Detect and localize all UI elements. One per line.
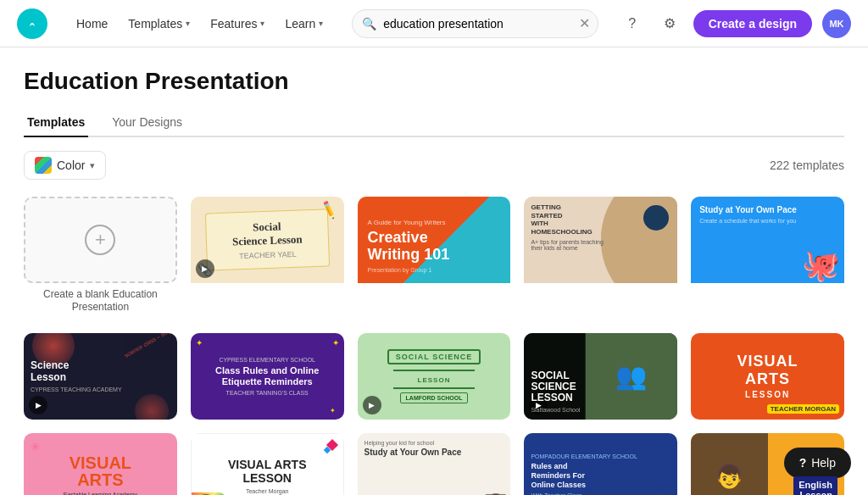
- template-count: 222 templates: [770, 159, 844, 172]
- blank-template-card[interactable]: + Create a blank Education Presentation: [24, 197, 177, 320]
- card-3-thumbnail: GETTINGSTARTEDWITHHOMESCHOOLING A+ tips …: [524, 197, 677, 283]
- template-card-8[interactable]: 👥 SOCIALSCIENCELESSON Slattawood School …: [524, 333, 677, 420]
- template-card-11[interactable]: VISUAL ARTSLESSON Teacher Morgan ▶: [191, 433, 344, 495]
- help-button[interactable]: ? Help: [784, 448, 851, 478]
- template-card-4[interactable]: Study at Your Own Pace Create a schedule…: [691, 197, 844, 320]
- template-card-9[interactable]: VISUALARTS LESSON TEACHER MORGAN: [691, 333, 844, 420]
- template-card-6[interactable]: CYPRESS ELEMENTARY SCHOOL Class Rules an…: [191, 333, 344, 420]
- canva-logo[interactable]: [17, 8, 47, 39]
- main-content: Education Presentation Templates Your De…: [0, 47, 868, 495]
- tab-your-designs[interactable]: Your Designs: [108, 108, 186, 137]
- template-card-3[interactable]: GETTINGSTARTEDWITHHOMESCHOOLING A+ tips …: [524, 197, 677, 320]
- nav-features[interactable]: Features ▾: [202, 12, 273, 36]
- card-7-thumbnail: SOCIAL SCIENCE LESSON LAMFORD SCHOOL ▶: [358, 333, 511, 420]
- nav-learn[interactable]: Learn ▾: [276, 12, 331, 36]
- templates-grid: + Create a blank Education Presentation …: [24, 197, 844, 495]
- template-card-13[interactable]: POMPADOUR ELEMENTARY SCHOOL Rules andRem…: [524, 433, 677, 495]
- card-12-thumbnail: Helping your kid for school Study at You…: [358, 433, 511, 495]
- card-2-thumbnail: A Guide for Young Writers CreativeWritin…: [358, 197, 511, 283]
- nav-home[interactable]: Home: [68, 12, 116, 36]
- play-icon: ▶: [29, 396, 47, 414]
- chevron-down-icon: ▾: [90, 160, 95, 171]
- plus-icon: +: [85, 225, 115, 255]
- navbar: Home Templates ▾ Features ▾ Learn ▾ 🔍 ✕ …: [0, 0, 868, 47]
- chevron-down-icon: ▾: [260, 19, 264, 28]
- blank-card-thumbnail: +: [24, 197, 177, 283]
- nav-right-actions: ? ⚙ Create a design MK: [619, 9, 851, 38]
- card-6-thumbnail: CYPRESS ELEMENTARY SCHOOL Class Rules an…: [191, 333, 344, 420]
- help-circle-icon[interactable]: ?: [619, 10, 646, 37]
- help-icon: ?: [799, 456, 807, 470]
- chevron-down-icon: ▾: [186, 19, 190, 28]
- template-card-5[interactable]: ScienceLesson CYPRESS TEACHING ACADEMY s…: [24, 333, 177, 420]
- template-card-7[interactable]: SOCIAL SCIENCE LESSON LAMFORD SCHOOL ▶: [358, 333, 511, 420]
- card-9-thumbnail: VISUALARTS LESSON TEACHER MORGAN: [691, 333, 844, 420]
- search-input[interactable]: [352, 9, 598, 38]
- color-swatch-icon: [35, 157, 52, 174]
- template-card-10[interactable]: VISUALARTS Eastable Learning Academy ✳ ▶: [24, 433, 177, 495]
- card-13-thumbnail: POMPADOUR ELEMENTARY SCHOOL Rules andRem…: [524, 433, 677, 495]
- teacher-tag: TEACHER MORGAN: [767, 404, 839, 414]
- page-title: Education Presentation: [24, 68, 844, 95]
- blank-card-label: Create a blank Education Presentation: [24, 283, 177, 320]
- card-4-thumbnail: Study at Your Own Pace Create a schedule…: [691, 197, 844, 283]
- play-icon: ▶: [363, 396, 381, 414]
- card-8-thumbnail: 👥 SOCIALSCIENCELESSON Slattawood School …: [524, 333, 677, 420]
- settings-icon[interactable]: ⚙: [656, 10, 683, 37]
- tab-bar: Templates Your Designs: [24, 108, 844, 137]
- chevron-down-icon: ▾: [319, 19, 323, 28]
- search-bar: 🔍 ✕: [352, 9, 598, 38]
- create-design-button[interactable]: Create a design: [693, 10, 812, 37]
- avatar[interactable]: MK: [822, 9, 851, 38]
- nav-templates[interactable]: Templates ▾: [120, 12, 198, 36]
- template-card-12[interactable]: Helping your kid for school Study at You…: [358, 433, 511, 495]
- play-icon: ▶: [196, 259, 214, 278]
- search-icon: 🔍: [362, 17, 376, 31]
- filter-toolbar: Color ▾ 222 templates: [24, 151, 844, 180]
- close-icon[interactable]: ✕: [579, 15, 590, 31]
- card-1-thumbnail: Social Science Lesson TEACHER YAEL ✏️ 📎 …: [191, 197, 344, 283]
- template-card-1[interactable]: Social Science Lesson TEACHER YAEL ✏️ 📎 …: [191, 197, 344, 320]
- nav-links: Home Templates ▾ Features ▾ Learn ▾: [68, 12, 331, 36]
- template-card-2[interactable]: A Guide for Young Writers CreativeWritin…: [358, 197, 511, 320]
- card-5-thumbnail: ScienceLesson CYPRESS TEACHING ACADEMY s…: [24, 333, 177, 420]
- tab-templates[interactable]: Templates: [24, 108, 88, 137]
- color-filter-button[interactable]: Color ▾: [24, 151, 106, 180]
- card-10-thumbnail: VISUALARTS Eastable Learning Academy ✳ ▶: [24, 433, 177, 495]
- card-11-thumbnail: VISUAL ARTSLESSON Teacher Morgan ▶: [191, 433, 344, 495]
